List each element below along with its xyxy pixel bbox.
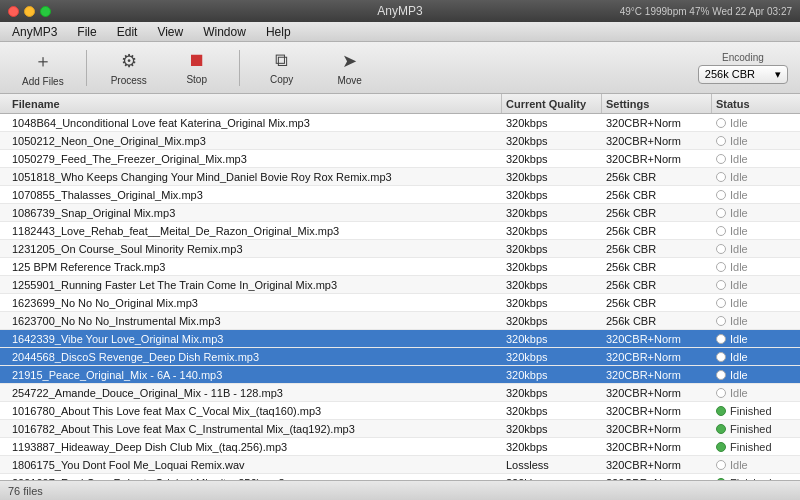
close-button[interactable] [8, 6, 19, 17]
move-button[interactable]: ➤ Move [320, 46, 380, 90]
cell-filename: 1255901_Running Faster Let The Train Com… [8, 279, 502, 291]
cell-quality: 320kbps [502, 477, 602, 481]
status-circle [716, 172, 726, 182]
cell-quality: 320kbps [502, 135, 602, 147]
table-row[interactable]: 1231205_On Course_Soul Minority Remix.mp… [0, 240, 800, 258]
stop-icon: ⏹ [188, 50, 206, 71]
col-quality: Current Quality [502, 94, 602, 113]
cell-status: Idle [712, 117, 792, 129]
status-circle [716, 316, 726, 326]
cell-filename: 1193887_Hideaway_Deep Dish Club Mix_(taq… [8, 441, 502, 453]
table-row[interactable]: 1050212_Neon_One_Original_Mix.mp3320kbps… [0, 132, 800, 150]
status-circle [716, 118, 726, 128]
table-row[interactable]: 1016780_About This Love feat Max C_Vocal… [0, 402, 800, 420]
cell-filename: 1070855_Thalasses_Original_Mix.mp3 [8, 189, 502, 201]
cell-filename: 1623699_No No No_Original Mix.mp3 [8, 297, 502, 309]
cell-settings: 256k CBR [602, 171, 712, 183]
cell-settings: 320CBR+Norm [602, 405, 712, 417]
cell-status: Idle [712, 351, 792, 363]
status-circle [716, 154, 726, 164]
cell-quality: 320kbps [502, 423, 602, 435]
status-circle [716, 460, 726, 470]
status-badge: Idle [730, 117, 748, 129]
table-row[interactable]: 1642339_Vibe Your Love_Original Mix.mp33… [0, 330, 800, 348]
table-row[interactable]: 1070855_Thalasses_Original_Mix.mp3320kbp… [0, 186, 800, 204]
minimize-button[interactable] [24, 6, 35, 17]
status-badge: Idle [730, 189, 748, 201]
table-row[interactable]: 1086739_Snap_Original Mix.mp3320kbps256k… [0, 204, 800, 222]
table-row[interactable]: 1050279_Feed_The_Freezer_Original_Mix.mp… [0, 150, 800, 168]
cell-filename: 1048B64_Unconditional Love feat Katerina… [8, 117, 502, 129]
table-row[interactable]: 2044568_DiscoS Revenge_Deep Dish Remix.m… [0, 348, 800, 366]
table-row[interactable]: 125 BPM Reference Track.mp3320kbps256k C… [0, 258, 800, 276]
menu-edit[interactable]: Edit [113, 25, 142, 39]
cell-quality: 320kbps [502, 441, 602, 453]
cell-status: Idle [712, 459, 792, 471]
table-row[interactable]: 1051818_Who Keeps Changing Your Mind_Dan… [0, 168, 800, 186]
cell-quality: 320kbps [502, 369, 602, 381]
copy-button[interactable]: ⧉ Copy [252, 46, 312, 89]
encoding-label: Encoding [722, 52, 764, 63]
menu-window[interactable]: Window [199, 25, 250, 39]
table-row[interactable]: 1623699_No No No_Original Mix.mp3320kbps… [0, 294, 800, 312]
menu-view[interactable]: View [153, 25, 187, 39]
status-bar: 76 files [0, 480, 800, 500]
process-icon: ⚙ [121, 50, 137, 72]
table-row[interactable]: 1623700_No No No_Instrumental Mix.mp3320… [0, 312, 800, 330]
table-row[interactable]: 2091097_Real One_Roberts Original Mix_(t… [0, 474, 800, 480]
menu-help[interactable]: Help [262, 25, 295, 39]
cell-filename: 1050212_Neon_One_Original_Mix.mp3 [8, 135, 502, 147]
cell-quality: 320kbps [502, 351, 602, 363]
table-row[interactable]: 1048B64_Unconditional Love feat Katerina… [0, 114, 800, 132]
cell-filename: 1016782_About This Love feat Max C_Instr… [8, 423, 502, 435]
cell-status: Idle [712, 135, 792, 147]
table-row[interactable]: 1193887_Hideaway_Deep Dish Club Mix_(taq… [0, 438, 800, 456]
status-circle [716, 478, 726, 481]
cell-quality: 320kbps [502, 117, 602, 129]
table-row[interactable]: 1016782_About This Love feat Max C_Instr… [0, 420, 800, 438]
cell-settings: 320CBR+Norm [602, 477, 712, 481]
process-button[interactable]: ⚙ Process [99, 46, 159, 90]
cell-settings: 256k CBR [602, 297, 712, 309]
cell-quality: 320kbps [502, 225, 602, 237]
status-circle [716, 334, 726, 344]
add-files-button[interactable]: ＋ Add Files [12, 45, 74, 91]
menu-anymp3[interactable]: AnyMP3 [8, 25, 61, 39]
menu-file[interactable]: File [73, 25, 100, 39]
copy-label: Copy [270, 74, 293, 85]
cell-quality: 320kbps [502, 315, 602, 327]
status-badge: Idle [730, 261, 748, 273]
encoding-dropdown[interactable]: 256k CBR ▾ [698, 65, 788, 84]
cell-status: Idle [712, 261, 792, 273]
cell-settings: 320CBR+Norm [602, 459, 712, 471]
cell-filename: 1806175_You Dont Fool Me_Loquai Remix.wa… [8, 459, 502, 471]
status-badge: Finished [730, 405, 772, 417]
cell-quality: 320kbps [502, 207, 602, 219]
status-badge: Idle [730, 243, 748, 255]
table-row[interactable]: 254722_Amande_Douce_Original_Mix - 11B -… [0, 384, 800, 402]
table-row[interactable]: 1182443_Love_Rehab_feat__Meital_De_Razon… [0, 222, 800, 240]
stop-button[interactable]: ⏹ Stop [167, 46, 227, 89]
cell-settings: 320CBR+Norm [602, 441, 712, 453]
table-row[interactable]: 1806175_You Dont Fool Me_Loquai Remix.wa… [0, 456, 800, 474]
cell-quality: 320kbps [502, 243, 602, 255]
cell-settings: 320CBR+Norm [602, 351, 712, 363]
status-circle [716, 226, 726, 236]
file-count: 76 files [8, 485, 43, 497]
stop-label: Stop [186, 74, 207, 85]
cell-status: Idle [712, 333, 792, 345]
cell-settings: 320CBR+Norm [602, 369, 712, 381]
title-bar: AnyMP3 49°C 1999bpm 47% Wed 22 Apr 03:27 [0, 0, 800, 22]
table-row[interactable]: 21915_Peace_Original_Mix - 6A - 140.mp33… [0, 366, 800, 384]
status-circle [716, 208, 726, 218]
status-badge: Idle [730, 351, 748, 363]
cell-quality: 320kbps [502, 153, 602, 165]
traffic-lights[interactable] [8, 6, 51, 17]
maximize-button[interactable] [40, 6, 51, 17]
encoding-value: 256k CBR [705, 68, 755, 80]
cell-status: Idle [712, 207, 792, 219]
table-row[interactable]: 1255901_Running Faster Let The Train Com… [0, 276, 800, 294]
status-circle [716, 136, 726, 146]
status-circle [716, 424, 726, 434]
cell-status: Idle [712, 153, 792, 165]
